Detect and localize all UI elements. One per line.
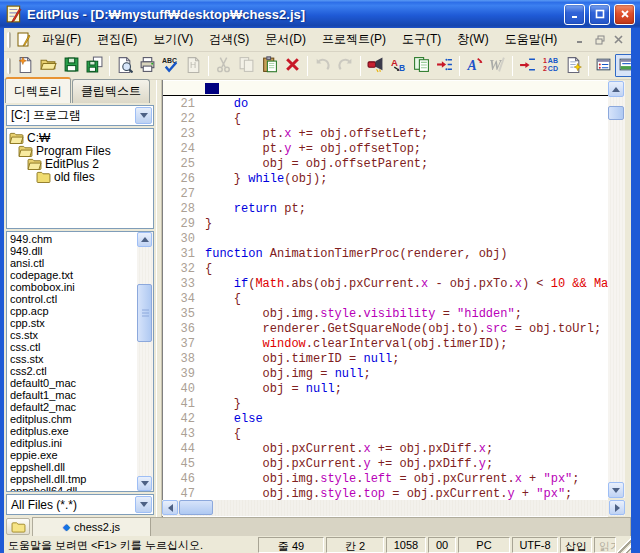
html-char-icon: A — [466, 56, 483, 76]
editor-hscroll-thumb[interactable] — [179, 500, 213, 515]
print-button[interactable] — [136, 54, 159, 77]
editor-vscroll-thumb[interactable] — [608, 106, 624, 120]
file-list-item[interactable]: editplus.chm — [8, 413, 137, 425]
copy-button[interactable] — [235, 54, 258, 77]
mdi-restore-button[interactable] — [591, 32, 608, 47]
find-in-files-button[interactable] — [410, 54, 433, 77]
document-tab-chess2.js[interactable]: ◆chess2.js — [33, 518, 151, 536]
toggle-directory-window-button[interactable] — [6, 518, 30, 535]
close-button[interactable] — [614, 4, 635, 25]
file-list-item[interactable]: css.ctl — [8, 341, 137, 353]
editor-hscrollbar[interactable] — [162, 500, 625, 516]
tree-item-EditPlus2[interactable]: EditPlus 2 — [7, 157, 153, 170]
tree-item-ProgramFiles[interactable]: Program Files — [7, 144, 153, 157]
file-list-item[interactable]: eppshell.dll — [8, 461, 137, 473]
file-scrollbar-thumb[interactable] — [137, 284, 152, 342]
code-area[interactable]: 21 do22 {23 pt.x += obj.offsetLeft;24 pt… — [163, 97, 609, 501]
tree-item-oldfiles[interactable]: old files — [7, 170, 153, 183]
find-button[interactable] — [364, 54, 387, 77]
file-list-item[interactable]: default0_mac — [8, 377, 137, 389]
undo-button[interactable] — [311, 54, 334, 77]
save-button[interactable] — [60, 54, 83, 77]
delete-button[interactable] — [281, 54, 304, 77]
menu-item[interactable]: 보기(V) — [145, 28, 201, 51]
document-system-icon[interactable] — [16, 32, 32, 48]
spell-check-button[interactable]: ABC — [159, 54, 182, 77]
minimize-button[interactable] — [564, 4, 585, 25]
html-page-button[interactable]: H — [182, 54, 205, 77]
menu-item[interactable]: 검색(S) — [201, 28, 257, 51]
file-list-item[interactable]: css.stx — [8, 353, 137, 365]
goto-line-button[interactable] — [433, 54, 456, 77]
file-list-scrollbar[interactable] — [137, 232, 153, 491]
menu-item[interactable]: 도구(T) — [394, 28, 449, 51]
file-list-item[interactable]: cs.stx — [8, 329, 137, 341]
file-list-item[interactable]: 949.dll — [8, 245, 137, 257]
file-list-item[interactable]: control.ctl — [8, 293, 137, 305]
output-window-button[interactable] — [615, 54, 631, 77]
file-list-item[interactable]: editplus.exe — [8, 425, 137, 437]
file-list-item[interactable]: css2.ctl — [8, 365, 137, 377]
file-list-item[interactable]: 949.chm — [8, 233, 137, 245]
scroll-up-icon[interactable] — [137, 232, 152, 247]
sidebar-tab-디렉토리[interactable]: 디렉토리 — [5, 77, 71, 103]
scroll-right-icon[interactable] — [609, 500, 625, 515]
save-all-button[interactable] — [83, 54, 106, 77]
file-list-item[interactable]: default2_mac — [8, 401, 137, 413]
file-list-item[interactable]: combobox.ini — [8, 281, 137, 293]
html-char-button[interactable]: A — [463, 54, 486, 77]
word-wrap-button[interactable]: W — [486, 54, 509, 77]
file-list-item[interactable]: codepage.txt — [8, 269, 137, 281]
code-token: "px" — [543, 472, 572, 486]
menu-item[interactable]: 창(W) — [449, 28, 496, 51]
code-token: ; — [392, 352, 399, 366]
preferences-button[interactable] — [562, 54, 585, 77]
cut-button[interactable] — [212, 54, 235, 77]
replace-button[interactable]: AB — [387, 54, 410, 77]
maximize-button[interactable] — [589, 4, 610, 25]
menu-item[interactable]: 도움말(H) — [497, 28, 566, 51]
sidebar-tab-클립텍스트[interactable]: 클립텍스트 — [72, 79, 150, 103]
file-list-item[interactable]: eppie.exe — [8, 449, 137, 461]
file-list-item[interactable]: eppshell.dll.tmp — [8, 473, 137, 485]
folder-icon — [11, 521, 26, 533]
chevron-down-icon[interactable] — [135, 107, 152, 124]
file-list-item[interactable]: eppshell64.dll — [8, 485, 137, 491]
chevron-down-icon[interactable] — [135, 496, 152, 513]
title-bar[interactable]: EditPlus - [D:₩mystuff₩desktop₩chess2.js… — [0, 0, 640, 28]
sort-button[interactable]: 1AB2CD — [539, 54, 562, 77]
file-filter-combo[interactable]: All Files (*.*) — [6, 494, 154, 515]
open-file-button[interactable] — [37, 54, 60, 77]
resize-grip[interactable] — [617, 536, 631, 553]
directory-window-button[interactable] — [592, 54, 615, 77]
menu-item[interactable]: 문서(D) — [257, 28, 314, 51]
code-token: ; — [363, 367, 370, 381]
scroll-down-icon[interactable] — [137, 476, 152, 491]
drive-combo[interactable]: [C:] 프로그램 — [6, 105, 154, 126]
file-list-item[interactable]: editplus.ini — [8, 437, 137, 449]
mdi-minimize-button[interactable] — [572, 32, 589, 47]
mdi-close-button[interactable] — [610, 32, 627, 47]
scroll-down-icon[interactable] — [608, 482, 624, 498]
editor-vscrollbar[interactable] — [608, 81, 625, 498]
code-line: 47 obj.img.style.top = obj.pxCurrent.y +… — [163, 487, 609, 501]
scroll-up-icon[interactable] — [608, 81, 624, 97]
menu-item[interactable]: 편집(E) — [89, 28, 145, 51]
redo-button[interactable] — [334, 54, 357, 77]
new-file-button[interactable] — [14, 54, 37, 77]
tree-item-C[interactable]: C:₩ — [7, 131, 153, 144]
menubar-grip[interactable] — [7, 32, 11, 48]
menu-item[interactable]: 프로젝트(P) — [314, 28, 394, 51]
paste-button[interactable] — [258, 54, 281, 77]
line-numbers-button[interactable] — [516, 54, 539, 77]
print-preview-button[interactable] — [113, 54, 136, 77]
file-list-item[interactable]: cpp.acp — [8, 305, 137, 317]
menu-item[interactable]: 파일(F) — [34, 28, 89, 51]
toolbar-grip[interactable] — [7, 58, 11, 74]
scroll-left-icon[interactable] — [162, 500, 178, 515]
file-list-item[interactable]: default1_mac — [8, 389, 137, 401]
editor-pane[interactable]: -----+----1----+----2----+----3----+----… — [162, 80, 608, 517]
code-token: else — [234, 412, 263, 426]
file-list-item[interactable]: ansi.ctl — [8, 257, 137, 269]
file-list-item[interactable]: cpp.stx — [8, 317, 137, 329]
